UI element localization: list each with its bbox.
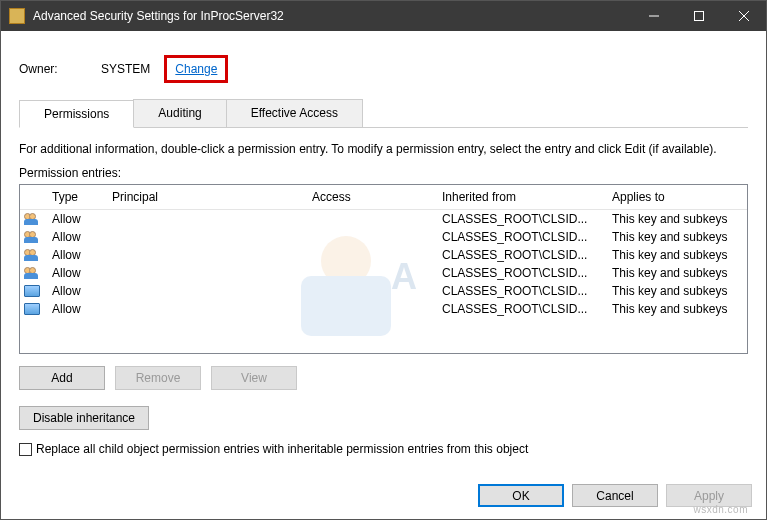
- folder-icon: [9, 8, 25, 24]
- cell-applies: This key and subkeys: [604, 230, 744, 244]
- table-row[interactable]: AllowCLASSES_ROOT\CLSID...This key and s…: [20, 246, 747, 264]
- cell-applies: This key and subkeys: [604, 266, 744, 280]
- group-icon: [20, 249, 44, 261]
- table-row[interactable]: AllowCLASSES_ROOT\CLSID...This key and s…: [20, 300, 747, 318]
- table-row[interactable]: AllowCLASSES_ROOT\CLSID...This key and s…: [20, 210, 747, 228]
- group-icon: [20, 213, 44, 225]
- cancel-button[interactable]: Cancel: [572, 484, 658, 507]
- change-link-highlight: Change: [164, 55, 228, 83]
- col-type[interactable]: Type: [44, 185, 104, 209]
- tab-auditing[interactable]: Auditing: [133, 99, 226, 127]
- cell-applies: This key and subkeys: [604, 248, 744, 262]
- cell-type: Allow: [44, 230, 104, 244]
- cell-applies: This key and subkeys: [604, 302, 744, 316]
- cell-inherited: CLASSES_ROOT\CLSID...: [434, 284, 604, 298]
- cell-inherited: CLASSES_ROOT\CLSID...: [434, 248, 604, 262]
- site-watermark: wsxdn.com: [693, 504, 748, 515]
- window-controls: [631, 1, 766, 31]
- ok-button[interactable]: OK: [478, 484, 564, 507]
- cell-inherited: CLASSES_ROOT\CLSID...: [434, 266, 604, 280]
- window-title: Advanced Security Settings for InProcSer…: [33, 9, 631, 23]
- owner-row: Owner: SYSTEM Change: [19, 55, 748, 83]
- permission-entries-label: Permission entries:: [19, 166, 748, 180]
- view-button: View: [211, 366, 297, 390]
- table-row[interactable]: AllowCLASSES_ROOT\CLSID...This key and s…: [20, 228, 747, 246]
- grid-header: Type Principal Access Inherited from App…: [20, 185, 747, 210]
- key-icon: [20, 285, 44, 297]
- cell-type: Allow: [44, 212, 104, 226]
- remove-button: Remove: [115, 366, 201, 390]
- group-icon: [20, 267, 44, 279]
- col-applies[interactable]: Applies to: [604, 185, 744, 209]
- titlebar: Advanced Security Settings for InProcSer…: [1, 1, 766, 31]
- info-text: For additional information, double-click…: [19, 142, 748, 156]
- maximize-button[interactable]: [676, 1, 721, 31]
- cell-type: Allow: [44, 248, 104, 262]
- minimize-button[interactable]: [631, 1, 676, 31]
- window: Advanced Security Settings for InProcSer…: [0, 0, 767, 520]
- table-row[interactable]: AllowCLASSES_ROOT\CLSID...This key and s…: [20, 282, 747, 300]
- col-access[interactable]: Access: [304, 185, 434, 209]
- replace-children-checkbox[interactable]: [19, 443, 32, 456]
- change-owner-link[interactable]: Change: [175, 62, 217, 76]
- replace-children-label: Replace all child object permission entr…: [36, 442, 528, 456]
- col-icon[interactable]: [20, 185, 44, 209]
- content: Owner: SYSTEM Change Permissions Auditin…: [1, 31, 766, 519]
- grid-body: AllowCLASSES_ROOT\CLSID...This key and s…: [20, 210, 747, 318]
- key-icon: [20, 303, 44, 315]
- permission-grid: Type Principal Access Inherited from App…: [19, 184, 748, 354]
- group-icon: [20, 231, 44, 243]
- cell-type: Allow: [44, 266, 104, 280]
- cell-inherited: CLASSES_ROOT\CLSID...: [434, 212, 604, 226]
- tab-permissions[interactable]: Permissions: [19, 100, 134, 128]
- col-inherited[interactable]: Inherited from: [434, 185, 604, 209]
- col-principal[interactable]: Principal: [104, 185, 304, 209]
- cell-type: Allow: [44, 284, 104, 298]
- disable-inheritance-button[interactable]: Disable inheritance: [19, 406, 149, 430]
- entry-buttons: Add Remove View: [19, 366, 748, 390]
- tabs: Permissions Auditing Effective Access: [19, 99, 748, 128]
- cell-applies: This key and subkeys: [604, 212, 744, 226]
- cell-type: Allow: [44, 302, 104, 316]
- replace-children-row: Replace all child object permission entr…: [19, 442, 748, 456]
- owner-label: Owner:: [19, 62, 101, 76]
- svg-rect-1: [694, 12, 703, 21]
- tab-effective-access[interactable]: Effective Access: [226, 99, 363, 127]
- cell-applies: This key and subkeys: [604, 284, 744, 298]
- table-row[interactable]: AllowCLASSES_ROOT\CLSID...This key and s…: [20, 264, 747, 282]
- add-button[interactable]: Add: [19, 366, 105, 390]
- close-button[interactable]: [721, 1, 766, 31]
- owner-value: SYSTEM: [101, 62, 150, 76]
- cell-inherited: CLASSES_ROOT\CLSID...: [434, 230, 604, 244]
- cell-inherited: CLASSES_ROOT\CLSID...: [434, 302, 604, 316]
